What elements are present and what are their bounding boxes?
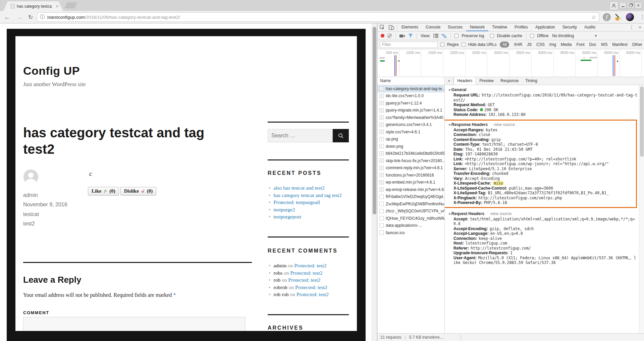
request-row[interactable]: has-category-testcat-and-tag-te… <box>377 85 444 92</box>
post-category-link[interactable]: testcat <box>23 211 39 217</box>
filter-pill[interactable]: Doc <box>589 42 596 47</box>
recent-post-link[interactable]: testpurge2 <box>273 207 295 212</box>
device-toolbar-button[interactable] <box>387 23 396 31</box>
request-row[interactable]: ldc-lite.css?ver=1.0.0 <box>377 92 444 100</box>
clear-button[interactable] <box>387 33 392 38</box>
request-row[interactable]: functions.js?ver=20160816 <box>377 172 444 179</box>
name-column-header[interactable]: Name <box>377 77 444 85</box>
like-button[interactable]: Like (0) <box>88 187 119 196</box>
devtools-tab[interactable]: Profiles <box>511 23 532 31</box>
request-row[interactable]: ZvcMqxEwPfh2qDWBPxn6nnNu… <box>377 200 444 208</box>
network-overview[interactable]: 500 ms1000 ms1500 ms2000 ms2500 ms3000 m… <box>377 49 644 77</box>
devtools-tab[interactable]: Audits <box>581 23 599 31</box>
record-button[interactable] <box>381 34 384 38</box>
filter-pill[interactable]: Media <box>561 42 572 47</box>
request-row[interactable]: style.css?ver=4.6.1 <box>377 128 444 136</box>
window-maximize-button[interactable] <box>627 2 634 9</box>
filter-pill[interactable]: CSS <box>536 42 545 47</box>
comment-post-link[interactable]: Protected: test2 <box>295 284 327 290</box>
request-row[interactable]: jquery-migrate.min.js?ver=1.4.1 <box>377 107 444 114</box>
devtools-tab[interactable]: Security <box>559 23 581 31</box>
request-row[interactable]: jquery.js?ver=1.12.4 <box>377 99 444 107</box>
devtools-tab[interactable]: Console <box>422 23 444 31</box>
detail-close-icon[interactable] <box>445 77 453 85</box>
recent-post-link[interactable]: also has testcat and test2 <box>273 185 324 191</box>
waterfall-view-icon[interactable] <box>441 34 447 38</box>
reload-button[interactable] <box>28 14 33 20</box>
filter-pill[interactable]: Manifest <box>612 42 627 47</box>
request-row[interactable]: skip-link-focus-fix.js?ver=20160… <box>377 157 444 164</box>
request-row[interactable]: up.png <box>377 136 444 143</box>
post-tag-link[interactable]: test2 <box>23 221 35 227</box>
request-row[interactable]: IQHow_FEYIDC4Gzy_m8fcoWiM… <box>377 215 444 222</box>
comment-post-link[interactable]: Protected: test2 <box>288 277 320 283</box>
filter-pill[interactable]: Other <box>632 42 642 47</box>
request-row[interactable]: RFda8w1V0eDZheqfcyQ4EOgd… <box>377 193 444 201</box>
recent-post-link[interactable]: has category testcat and tag test2 <box>273 192 342 198</box>
devtools-tab[interactable]: Application <box>532 23 559 31</box>
preserve-log-checkbox[interactable] <box>454 34 459 38</box>
address-bar[interactable]: lstestconfigup.com /2016/11/09/has-categ… <box>37 12 599 22</box>
search-input[interactable] <box>268 129 333 142</box>
eyedropper-extension-icon[interactable] <box>614 13 623 21</box>
devtools-menu-icon[interactable] <box>628 23 636 31</box>
detail-scrollbar[interactable] <box>639 85 644 333</box>
page-scrollbar[interactable] <box>372 23 377 341</box>
colorzilla-extension-icon[interactable] <box>626 13 634 21</box>
devtools-tab[interactable]: Network <box>466 23 488 31</box>
request-row[interactable]: css?family=Merriweather%3A40… <box>377 114 444 121</box>
filter-pill[interactable]: XHR <box>514 42 522 47</box>
filter-pill[interactable]: JS <box>527 42 532 47</box>
regex-checkbox[interactable] <box>440 43 444 47</box>
tab-close-icon[interactable] <box>56 4 58 8</box>
scrollbar-thumb[interactable] <box>373 27 376 214</box>
new-tab-button[interactable] <box>64 2 77 8</box>
request-row[interactable]: b642b4217b34b1e8d3bd915fc65… <box>377 150 444 157</box>
recent-post-link[interactable]: Protected: testpurgeall <box>273 199 320 205</box>
general-section-title[interactable]: General <box>449 87 638 93</box>
filter-pill[interactable]: All <box>500 42 509 48</box>
offline-checkbox[interactable] <box>530 34 534 38</box>
list-view-icon[interactable] <box>433 34 438 38</box>
browser-menu-icon[interactable] <box>638 13 644 21</box>
response-headers-title[interactable]: Response Headersview source <box>449 122 635 128</box>
screenshot-camera-icon[interactable] <box>399 34 405 38</box>
scrollbar-thumb[interactable] <box>640 86 644 157</box>
devtools-close-icon[interactable] <box>636 23 644 31</box>
request-row[interactable]: wp-emoji-release.min.js?ver=4.6.1 <box>377 186 444 193</box>
view-source-link[interactable]: view source <box>494 122 515 127</box>
page-info-icon[interactable] <box>40 14 45 20</box>
request-headers-title[interactable]: Request Headersview source <box>449 211 638 217</box>
comment-post-link[interactable]: Protected: test2 <box>297 291 329 297</box>
search-button[interactable] <box>333 129 349 142</box>
dislike-button[interactable]: Dislike (0) <box>120 187 157 196</box>
site-title[interactable]: Config UP <box>23 64 80 77</box>
comment-textarea[interactable] <box>23 317 245 331</box>
forward-button[interactable] <box>16 14 22 20</box>
bookmark-star-icon[interactable] <box>591 14 596 20</box>
hide-data-urls-checkbox[interactable] <box>462 43 466 47</box>
detail-tab[interactable]: Headers <box>453 77 476 85</box>
recent-post-link[interactable]: testpurgepost <box>273 214 301 219</box>
chevron-down-icon[interactable] <box>594 34 597 38</box>
browser-tab[interactable]: has category testca <box>3 1 63 11</box>
view-source-link[interactable]: view source <box>490 211 512 216</box>
request-row[interactable]: wp-embed.min.js?ver=4.6.1 <box>377 179 444 186</box>
post-date-link[interactable]: November 9, 2016 <box>23 202 67 208</box>
filter-input[interactable] <box>380 42 438 48</box>
request-row[interactable]: genericons.css?ver=3.4.1 <box>377 121 444 129</box>
filter-pill[interactable]: WS <box>601 42 607 47</box>
filter-pill[interactable]: Font <box>577 42 585 47</box>
filter-pill[interactable]: Img <box>549 42 556 47</box>
devtools-tab[interactable]: Timeline <box>488 23 511 31</box>
window-minimize-button[interactable] <box>619 2 627 9</box>
post-author-link[interactable]: admin <box>23 192 38 198</box>
detail-tab[interactable]: Preview <box>476 77 497 85</box>
devtools-tab[interactable]: Elements <box>398 23 422 31</box>
inspect-element-button[interactable] <box>377 23 387 31</box>
detail-tab[interactable]: Response <box>497 77 522 85</box>
throttling-dropdown[interactable]: No throttling <box>552 33 574 38</box>
profile-button[interactable] <box>609 1 618 10</box>
filter-funnel-icon[interactable] <box>408 33 413 38</box>
comment-post-link[interactable]: Protected: test2 <box>294 263 326 268</box>
